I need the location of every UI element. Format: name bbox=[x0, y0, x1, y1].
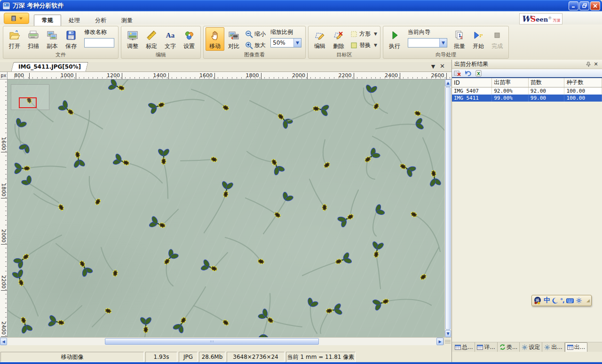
seedling bbox=[181, 156, 218, 162]
grid-icon bbox=[455, 345, 461, 350]
copy-button[interactable]: 副本 bbox=[43, 27, 62, 51]
undo-icon[interactable] bbox=[464, 70, 472, 77]
restore-button[interactable] bbox=[579, 1, 589, 10]
rename-input[interactable] bbox=[84, 38, 114, 47]
tab-close-icon[interactable]: ✕ bbox=[440, 63, 445, 70]
results-bottom-tab[interactable]: 设定 bbox=[520, 342, 542, 352]
ime-logo-icon[interactable]: 将 bbox=[533, 296, 542, 305]
ribbon-tab[interactable]: 测量 bbox=[114, 15, 140, 26]
close-button[interactable] bbox=[590, 1, 600, 10]
ribbon-group-edit: 调整标定Aa文字设置 编辑 bbox=[121, 26, 201, 59]
status-gap bbox=[0, 345, 452, 352]
application-menu-button[interactable] bbox=[4, 13, 29, 24]
table-cell: 100.00 bbox=[564, 95, 602, 102]
zoomout-button[interactable]: 缩小 bbox=[244, 29, 267, 39]
seedling bbox=[149, 209, 178, 229]
calib-button[interactable]: 标定 bbox=[142, 27, 161, 51]
results-bottom-tab[interactable]: 出... bbox=[565, 342, 587, 352]
scroll-right-icon[interactable]: ▶ bbox=[436, 338, 444, 345]
tab-list-dropdown-icon[interactable]: ▼ bbox=[431, 63, 435, 70]
vertical-scrollbar[interactable]: ▲ ▼ bbox=[444, 79, 451, 337]
move-button[interactable]: 移动 bbox=[206, 27, 224, 51]
window-title: 万深 考种分析软件 bbox=[13, 1, 569, 10]
ime-language-bar[interactable]: 将 中 °, ◢ bbox=[531, 295, 592, 306]
chevron-down-icon[interactable]: ▼ bbox=[293, 39, 301, 47]
save-button[interactable]: 保存 bbox=[62, 27, 80, 51]
column-header[interactable]: ID bbox=[452, 78, 492, 87]
ime-collapse-icon[interactable]: ◢ bbox=[586, 298, 590, 303]
fullwidth-moon-icon[interactable] bbox=[552, 296, 558, 305]
sqdot-button[interactable]: 方形▼ bbox=[349, 29, 378, 39]
scroll-down-icon[interactable]: ▼ bbox=[445, 330, 451, 337]
current-wizard-select[interactable]: ▼ bbox=[408, 38, 447, 47]
column-header[interactable]: 苗数 bbox=[528, 78, 564, 87]
ruler-tick-label: 2000 bbox=[292, 72, 305, 79]
chinese-mode-icon[interactable]: 中 bbox=[544, 296, 550, 305]
ribbon-tab[interactable]: 常规 bbox=[34, 15, 61, 26]
scan-button[interactable]: 扫描 bbox=[24, 27, 43, 51]
batch-button[interactable]: 12批量 bbox=[450, 27, 469, 51]
results-panel-header: 出苗分析结果 ✕ bbox=[452, 60, 602, 69]
document-tab[interactable]: IMG_5411.JPG[50%] bbox=[11, 62, 88, 71]
image-canvas[interactable] bbox=[8, 79, 444, 337]
window-bottom-border bbox=[0, 362, 602, 364]
document-tab-strip: IMG_5411.JPG[50%] ▼ ✕ bbox=[0, 62, 452, 72]
results-bottom-tab[interactable]: 类... bbox=[498, 342, 520, 352]
table-cell: 92.00 bbox=[528, 87, 564, 95]
ruler-tick-label: 2000 bbox=[0, 229, 7, 243]
results-bottom-tab[interactable]: 详... bbox=[475, 342, 497, 352]
chevron-down-icon[interactable]: ▼ bbox=[439, 39, 447, 47]
seedling bbox=[309, 179, 327, 211]
adjust-button[interactable]: 调整 bbox=[123, 27, 142, 51]
punctuation-icon[interactable]: °, bbox=[560, 296, 564, 305]
horizontal-scroll-thumb[interactable] bbox=[105, 338, 319, 345]
horizontal-scrollbar[interactable]: ◀ ▶ bbox=[0, 337, 452, 345]
delq-button[interactable]: 删除 bbox=[329, 27, 348, 51]
chevron-down-icon[interactable]: ▼ bbox=[374, 43, 377, 47]
ruler-tick-label: 1800 bbox=[246, 72, 259, 79]
results-bottom-tab[interactable]: 总... bbox=[453, 342, 475, 352]
results-bottom-tab[interactable]: 出... bbox=[542, 342, 564, 352]
splitter-grip[interactable] bbox=[444, 338, 452, 345]
excel-export-icon[interactable]: X bbox=[475, 70, 482, 77]
chevron-down-icon[interactable]: ▼ bbox=[374, 32, 377, 36]
gear-icon bbox=[522, 344, 528, 350]
ime-settings-icon[interactable] bbox=[576, 296, 582, 305]
group-label-targetarea: 目标区 bbox=[309, 51, 380, 59]
open-button[interactable]: 打开 bbox=[5, 27, 24, 51]
tab-label: 出... bbox=[574, 343, 585, 351]
contrast-button[interactable]: 对比 bbox=[224, 27, 243, 51]
settings-button[interactable]: 设置 bbox=[180, 27, 198, 51]
pin-icon[interactable] bbox=[585, 61, 592, 68]
app-window: 万深 考种分析软件 常规处理分析测量 WSeen® 万深 打开扫描副本保存 修改… bbox=[0, 0, 602, 364]
sqfill-button[interactable]: 替换▼ bbox=[349, 40, 378, 50]
document-area: IMG_5411.JPG[50%] ▼ ✕ px 800100012001400… bbox=[0, 60, 452, 362]
table-row[interactable]: IMG 540792.00%92.00100.00 bbox=[452, 87, 602, 95]
seedling bbox=[8, 302, 33, 334]
exec-button[interactable]: 执行 bbox=[385, 27, 404, 51]
finish-button[interactable]: 完成 bbox=[488, 27, 507, 51]
zoom-ratio-select[interactable]: 50% ▼ bbox=[270, 38, 301, 47]
button-label: 保存 bbox=[65, 42, 77, 50]
seedling bbox=[258, 309, 302, 327]
column-header[interactable]: 出苗率 bbox=[492, 78, 529, 87]
delete-row-icon[interactable] bbox=[454, 70, 461, 77]
soft-keyboard-icon[interactable] bbox=[566, 296, 574, 305]
vertical-scroll-thumb[interactable] bbox=[445, 87, 451, 330]
batch-icon: 12 bbox=[453, 29, 466, 41]
scroll-left-icon[interactable]: ◀ bbox=[0, 338, 7, 345]
table-row[interactable]: IMG 541199.00%99.00100.00 bbox=[452, 95, 602, 102]
ribbon-tab[interactable]: 分析 bbox=[87, 15, 114, 26]
ribbon-tab[interactable]: 处理 bbox=[61, 15, 87, 26]
seedling bbox=[320, 302, 343, 333]
editq-button[interactable]: 编辑 bbox=[310, 27, 329, 51]
text-button[interactable]: Aa文字 bbox=[161, 27, 180, 51]
seedling bbox=[194, 306, 230, 326]
zoomin-button[interactable]: 放大 bbox=[244, 40, 267, 50]
horizontal-scroll-track[interactable] bbox=[7, 338, 436, 345]
start-button[interactable]: 开始 bbox=[469, 27, 488, 51]
minimize-button[interactable] bbox=[569, 1, 578, 10]
column-header[interactable]: 种子数 bbox=[564, 78, 602, 87]
panel-close-icon[interactable]: ✕ bbox=[592, 61, 600, 68]
scroll-up-icon[interactable]: ▲ bbox=[445, 79, 451, 87]
